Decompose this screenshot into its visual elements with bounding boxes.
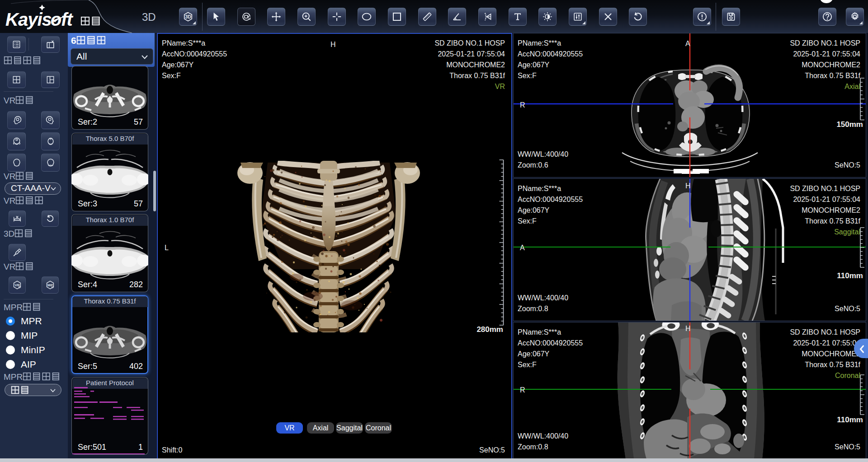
svg-text:3D: 3D bbox=[185, 14, 191, 19]
svg-text:Kayisoft: Kayisoft bbox=[5, 9, 74, 29]
